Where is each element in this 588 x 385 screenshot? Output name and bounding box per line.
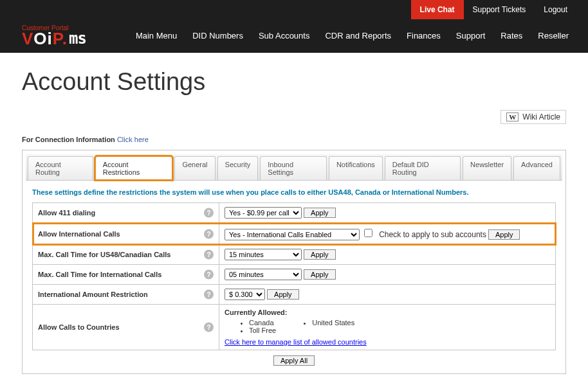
allow-411-apply-button[interactable]: Apply (304, 208, 336, 218)
tab-notifications[interactable]: Notifications (329, 156, 383, 180)
allow-411-select[interactable]: Yes - $0.99 per call (225, 207, 302, 219)
intl-amount-apply-button[interactable]: Apply (267, 289, 299, 300)
brand[interactable]: Customer Portal VOiP.ms (22, 24, 86, 47)
nav-links: Main Menu DID Numbers Sub Accounts CDR a… (128, 19, 576, 53)
apply-sub-accounts-checkbox[interactable] (364, 229, 372, 237)
allowed-country: United States (312, 319, 354, 327)
help-icon[interactable]: ? (204, 250, 214, 260)
settings-panel: Account Routing Account Restrictions Gen… (22, 150, 566, 374)
tab-advanced[interactable]: Advanced (513, 156, 560, 180)
wiki-row: W Wiki Article (22, 110, 566, 124)
row-allow-international: Allow International Calls ? Yes - Intern… (33, 223, 556, 245)
tab-account-restrictions[interactable]: Account Restrictions (95, 156, 173, 180)
nav-support[interactable]: Support (448, 19, 493, 53)
allowed-columns: Canada Toll Free United States (225, 319, 550, 334)
wiki-icon: W (506, 112, 519, 121)
tab-security[interactable]: Security (217, 156, 259, 180)
restrictions-panel: These settings define the restrictions t… (26, 181, 562, 366)
allow-international-label: Allow International Calls (38, 230, 120, 238)
navbar: Customer Portal VOiP.ms Main Menu DID Nu… (0, 19, 588, 53)
tab-default-did-routing[interactable]: Default DID Routing (385, 156, 461, 180)
max-intl-select[interactable]: 05 minutes (225, 269, 302, 280)
allowed-country: Toll Free (249, 327, 276, 334)
row-intl-amount: International Amount Restriction ? $ 0.3… (33, 285, 556, 305)
row-allow-411: Allow 411 dialing ? Yes - $0.99 per call… (33, 203, 556, 223)
row-max-intl: Max. Call Time for International Calls ?… (33, 265, 556, 285)
allow-international-apply-button[interactable]: Apply (488, 229, 520, 240)
row-max-us48: Max. Call Time for US48/Canadian Calls ?… (33, 245, 556, 265)
help-icon[interactable]: ? (204, 290, 214, 300)
tab-inbound-settings[interactable]: Inbound Settings (260, 156, 327, 180)
nav-finances[interactable]: Finances (399, 19, 448, 53)
nav-sub-accounts[interactable]: Sub Accounts (251, 19, 318, 53)
brand-logo: VOiP.ms (22, 30, 86, 47)
manage-countries-link[interactable]: Click here to manage list of allowed cou… (225, 338, 367, 346)
nav-did-numbers[interactable]: DID Numbers (185, 19, 251, 53)
help-icon[interactable]: ? (204, 270, 214, 280)
allow-countries-label: Allow Calls to Countries (38, 323, 120, 331)
tab-general[interactable]: General (174, 156, 215, 180)
logout-link[interactable]: Logout (535, 0, 576, 19)
nav-main-menu[interactable]: Main Menu (128, 19, 185, 53)
allow-411-label: Allow 411 dialing (38, 209, 95, 217)
max-intl-apply-button[interactable]: Apply (304, 269, 336, 280)
page-title: Account Settings (22, 68, 566, 96)
max-us48-apply-button[interactable]: Apply (304, 249, 336, 260)
currently-allowed-title: Currently Allowed: (225, 309, 550, 316)
intl-amount-select[interactable]: $ 0.300 (225, 289, 265, 300)
allowed-country: Canada (249, 319, 276, 327)
nav-reseller[interactable]: Reseller (530, 19, 576, 53)
support-tickets-link[interactable]: Support Tickets (464, 0, 535, 19)
tab-strip: Account Routing Account Restrictions Gen… (26, 154, 562, 181)
allow-international-select[interactable]: Yes - International Calls Enabled (225, 229, 360, 240)
apply-all-row: Apply All (32, 350, 556, 366)
live-chat-link[interactable]: Live Chat (411, 0, 464, 19)
nav-cdr-reports[interactable]: CDR and Reports (317, 19, 399, 53)
max-us48-label: Max. Call Time for US48/Canadian Calls (38, 251, 170, 258)
connection-info-lead: For Connection Information (22, 136, 117, 143)
apply-sub-accounts-label: Check to apply to sub accounts (379, 230, 486, 239)
tab-account-routing[interactable]: Account Routing (28, 156, 93, 180)
tab-newsletter[interactable]: Newsletter (463, 156, 511, 180)
help-icon[interactable]: ? (204, 229, 214, 238)
help-icon[interactable]: ? (204, 208, 214, 218)
apply-all-button[interactable]: Apply All (273, 355, 315, 366)
help-icon[interactable]: ? (204, 323, 214, 332)
row-allow-countries: Allow Calls to Countries ? Currently All… (33, 305, 556, 350)
connection-info: For Connection Information Click here (22, 136, 566, 143)
wiki-article-button[interactable]: W Wiki Article (501, 110, 566, 124)
wiki-label: Wiki Article (522, 112, 560, 121)
connection-info-link[interactable]: Click here (117, 136, 149, 143)
max-intl-label: Max. Call Time for International Calls (38, 271, 161, 278)
intro-text: These settings define the restrictions t… (32, 188, 556, 196)
topbar: Live Chat Support Tickets Logout (0, 0, 588, 19)
max-us48-select[interactable]: 15 minutes (225, 249, 302, 260)
content-area: Account Settings W Wiki Article For Conn… (0, 53, 588, 385)
settings-table: Allow 411 dialing ? Yes - $0.99 per call… (32, 202, 556, 350)
nav-rates[interactable]: Rates (493, 19, 530, 53)
intl-amount-label: International Amount Restriction (38, 291, 148, 298)
